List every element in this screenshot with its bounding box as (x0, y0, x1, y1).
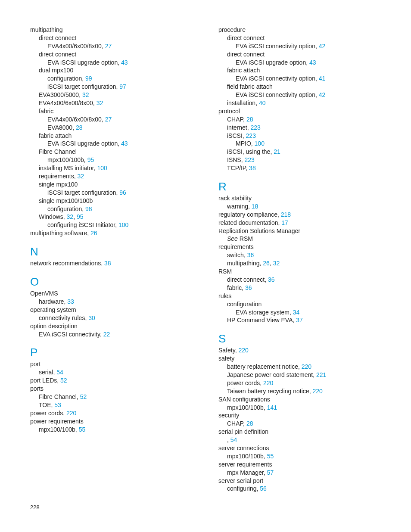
page-link[interactable]: 36 (245, 284, 252, 291)
index-entry-text: power cords (30, 410, 63, 417)
index-letter-heading: R (218, 180, 381, 193)
page-link[interactable]: 220 (302, 363, 311, 370)
page-link[interactable]: 41 (319, 75, 326, 82)
page-link[interactable]: 43 (309, 59, 316, 66)
page-link[interactable]: 221 (316, 371, 326, 378)
index-entry: server serial port (218, 477, 381, 485)
index-entry-text: hardware (39, 298, 64, 305)
page-link[interactable]: 42 (319, 91, 326, 98)
page-link[interactable]: 37 (296, 317, 303, 324)
page-link[interactable]: 99 (85, 75, 92, 82)
index-entry: direct connect (39, 50, 193, 59)
page-link[interactable]: 141 (267, 404, 277, 411)
index-entry: dual mpx100 (39, 66, 193, 75)
page-link[interactable]: 223 (244, 156, 254, 163)
page-link[interactable]: 56 (260, 485, 267, 492)
page-link[interactable]: 95 (77, 213, 84, 220)
index-entry: EVA iSCSI connectivity, 22 (39, 330, 193, 339)
page-link[interactable]: 54 (56, 369, 63, 376)
index-entry-text: requirements (39, 173, 74, 180)
index-entry-text: installation (227, 100, 255, 106)
page-link[interactable]: 38 (249, 165, 256, 171)
page-link[interactable]: 220 (238, 347, 248, 354)
index-entry-text: configuring iSCSI Initiator (47, 221, 115, 228)
index-entry: mpx100/100b, 55 (39, 426, 193, 434)
index-entry-text: EVA storage system (236, 309, 290, 316)
page-link[interactable]: 17 (281, 219, 288, 226)
page-link[interactable]: 218 (281, 211, 291, 218)
index-entry: port (30, 360, 193, 368)
page-link[interactable]: 98 (85, 205, 92, 212)
index-entry: battery replacement notice, 220 (227, 363, 381, 371)
page-link[interactable]: 100 (97, 165, 107, 171)
index-entry: direct connect, 36 (227, 276, 381, 284)
index-entry-text: fabric attach (39, 132, 72, 139)
index-entry-text: multipathing (227, 260, 260, 267)
page-link[interactable]: 43 (121, 140, 128, 147)
page-link[interactable]: 28 (76, 124, 83, 131)
page-link[interactable]: 34 (293, 309, 300, 316)
page-link[interactable]: 26 (263, 260, 270, 267)
page-link[interactable]: 32 (67, 213, 74, 220)
index-entry: fabric, 36 (227, 284, 381, 292)
page-link[interactable]: 57 (267, 469, 274, 476)
page-link[interactable]: 28 (246, 116, 253, 123)
page-link[interactable]: 55 (267, 453, 274, 460)
page-link[interactable]: 100 (118, 221, 128, 228)
page-link[interactable]: 52 (80, 393, 87, 400)
page-link[interactable]: 33 (67, 298, 74, 305)
index-entry: port LEDs, 52 (30, 376, 193, 385)
index-entry-text: EVA iSCSI connectivity option (236, 75, 315, 82)
page-link[interactable]: 32 (97, 100, 103, 106)
page-link[interactable]: 28 (246, 420, 253, 427)
index-entry-text: Safety (218, 347, 235, 354)
page-link[interactable]: 220 (312, 388, 322, 395)
index-entry: configuration, 99 (47, 75, 193, 83)
index-entry-text: HP Command View EVA (227, 317, 293, 324)
page-link[interactable]: 52 (60, 377, 67, 384)
page-link[interactable]: 32 (273, 260, 280, 267)
page-link[interactable]: 38 (104, 260, 111, 267)
page-link[interactable]: 32 (82, 91, 89, 98)
page-link[interactable]: 27 (105, 43, 112, 50)
index-entry-text: option description (30, 323, 78, 330)
page-link[interactable]: 18 (252, 203, 258, 210)
page-link[interactable]: 43 (121, 59, 128, 66)
page-link[interactable]: 42 (319, 43, 326, 50)
index-entry-text: Fibre Channel (39, 393, 77, 400)
page-link[interactable]: 54 (230, 436, 237, 443)
page-link[interactable]: 53 (54, 401, 61, 408)
page-link[interactable]: 21 (274, 148, 280, 155)
index-entry: operating system (30, 306, 193, 314)
page-link[interactable]: 36 (247, 252, 254, 258)
index-entry-text: Windows (39, 213, 63, 220)
page-link[interactable]: 55 (79, 426, 86, 433)
index-entry: Fibre Channel, 52 (39, 393, 193, 401)
page-link[interactable]: 26 (90, 230, 97, 236)
page-link[interactable]: 95 (87, 156, 94, 163)
page-link[interactable]: 223 (246, 132, 256, 139)
index-entry-text: mpx100/100b (39, 426, 75, 433)
page-link[interactable]: 36 (268, 276, 275, 283)
page-link[interactable]: 220 (263, 380, 273, 386)
page-link[interactable]: 223 (250, 124, 260, 131)
index-entry-text: EVA4x00/6x00/8x00 (47, 116, 102, 123)
index-entry: configuring, 56 (227, 485, 381, 493)
index-entry-text: single mpx100/100b (39, 197, 93, 204)
page-link[interactable]: 22 (103, 331, 110, 338)
page-link[interactable]: 40 (259, 100, 266, 106)
index-entry: server connections (218, 444, 381, 452)
index-entry: procedure (218, 26, 381, 34)
index-entry-text: MPIO (236, 140, 251, 147)
page-link[interactable]: 27 (105, 116, 112, 123)
page-link[interactable]: 220 (66, 410, 76, 417)
page-link[interactable]: 97 (119, 83, 126, 90)
index-entry-text: power cords (227, 380, 260, 386)
index-entry: internet, 223 (227, 124, 381, 132)
index-entry: RSM (218, 268, 381, 276)
index-entry: connectivity rules, 30 (39, 314, 193, 322)
page-link[interactable]: 96 (119, 189, 126, 196)
page-link[interactable]: 100 (255, 140, 265, 147)
page-link[interactable]: 30 (88, 314, 95, 321)
page-link[interactable]: 32 (77, 173, 84, 180)
